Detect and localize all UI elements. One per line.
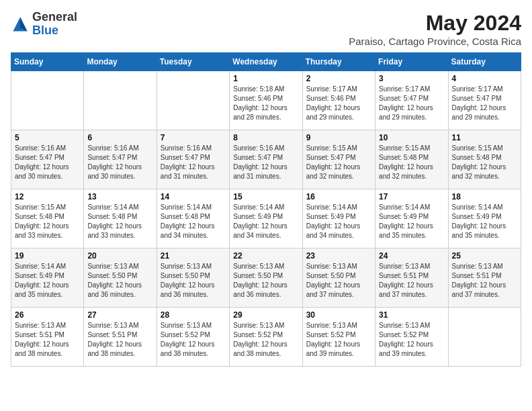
calendar-cell: 13Sunrise: 5:14 AM Sunset: 5:48 PM Dayli… [84,189,157,248]
day-number: 4 [452,74,517,83]
calendar-cell [11,71,84,130]
calendar-cell: 18Sunrise: 5:14 AM Sunset: 5:49 PM Dayli… [448,189,521,248]
day-number: 2 [306,74,371,83]
day-number: 31 [379,310,444,320]
day-number: 17 [379,192,444,201]
calendar-week-row: 12Sunrise: 5:15 AM Sunset: 5:48 PM Dayli… [11,189,521,248]
calendar-week-row: 5Sunrise: 5:16 AM Sunset: 5:47 PM Daylig… [11,130,521,189]
day-info: Sunrise: 5:16 AM Sunset: 5:47 PM Dayligh… [233,144,298,181]
day-info: Sunrise: 5:15 AM Sunset: 5:48 PM Dayligh… [379,144,444,181]
title-block: May 2024 Paraiso, Cartago Province, Cost… [349,11,521,47]
calendar-cell: 20Sunrise: 5:13 AM Sunset: 5:50 PM Dayli… [84,248,157,308]
calendar-table: SundayMondayTuesdayWednesdayThursdayFrid… [11,52,521,367]
day-of-week-header: Tuesday [157,53,229,71]
day-info: Sunrise: 5:13 AM Sunset: 5:50 PM Dayligh… [87,262,152,300]
calendar-week-row: 26Sunrise: 5:13 AM Sunset: 5:51 PM Dayli… [11,308,521,367]
calendar-cell: 24Sunrise: 5:13 AM Sunset: 5:51 PM Dayli… [375,248,448,308]
day-info: Sunrise: 5:14 AM Sunset: 5:48 PM Dayligh… [87,203,152,240]
day-number: 30 [306,310,371,320]
page-header: General Blue May 2024 Paraiso, Cartago P… [11,11,521,47]
day-number: 19 [15,251,80,261]
day-number: 16 [306,192,371,201]
day-number: 1 [233,74,298,83]
calendar-cell: 27Sunrise: 5:13 AM Sunset: 5:51 PM Dayli… [84,308,157,367]
day-number: 20 [87,251,152,261]
day-number: 14 [161,192,226,201]
logo: General Blue [11,11,77,38]
calendar-cell: 3Sunrise: 5:17 AM Sunset: 5:47 PM Daylig… [375,71,448,130]
location-subtitle: Paraiso, Cartago Province, Costa Rica [349,36,521,47]
day-of-week-header: Friday [375,53,448,71]
day-info: Sunrise: 5:16 AM Sunset: 5:47 PM Dayligh… [15,144,80,181]
day-of-week-header: Sunday [11,53,84,71]
day-number: 7 [161,133,226,142]
calendar-cell: 2Sunrise: 5:17 AM Sunset: 5:46 PM Daylig… [302,71,375,130]
calendar-cell: 19Sunrise: 5:14 AM Sunset: 5:49 PM Dayli… [11,248,84,308]
day-number: 3 [379,74,444,83]
day-number: 5 [15,133,80,142]
calendar-cell: 31Sunrise: 5:13 AM Sunset: 5:52 PM Dayli… [375,308,448,367]
calendar-cell: 1Sunrise: 5:18 AM Sunset: 5:46 PM Daylig… [230,71,302,130]
day-of-week-header: Monday [84,53,157,71]
day-number: 25 [452,251,517,261]
logo-general: General [32,10,77,24]
calendar-cell: 30Sunrise: 5:13 AM Sunset: 5:52 PM Dayli… [302,308,375,367]
day-number: 18 [452,192,517,201]
day-info: Sunrise: 5:13 AM Sunset: 5:51 PM Dayligh… [15,321,80,359]
day-info: Sunrise: 5:13 AM Sunset: 5:50 PM Dayligh… [306,262,371,300]
day-number: 11 [452,133,517,142]
day-of-week-header: Saturday [448,53,521,71]
day-number: 22 [233,251,298,261]
calendar-header-row: SundayMondayTuesdayWednesdayThursdayFrid… [11,53,521,71]
calendar-week-row: 1Sunrise: 5:18 AM Sunset: 5:46 PM Daylig… [11,71,521,130]
day-info: Sunrise: 5:15 AM Sunset: 5:48 PM Dayligh… [15,203,80,240]
day-number: 12 [15,192,80,201]
day-info: Sunrise: 5:14 AM Sunset: 5:49 PM Dayligh… [379,203,444,240]
month-year-title: May 2024 [349,11,521,36]
calendar-cell: 16Sunrise: 5:14 AM Sunset: 5:49 PM Dayli… [302,189,375,248]
day-info: Sunrise: 5:13 AM Sunset: 5:50 PM Dayligh… [161,262,226,300]
day-info: Sunrise: 5:15 AM Sunset: 5:47 PM Dayligh… [306,144,371,181]
logo-blue: Blue [32,24,58,37]
calendar-cell [448,308,521,367]
day-info: Sunrise: 5:13 AM Sunset: 5:52 PM Dayligh… [161,321,226,359]
calendar-cell: 23Sunrise: 5:13 AM Sunset: 5:50 PM Dayli… [302,248,375,308]
calendar-cell [157,71,229,130]
day-number: 26 [15,310,80,320]
calendar-cell: 6Sunrise: 5:16 AM Sunset: 5:47 PM Daylig… [84,130,157,189]
day-info: Sunrise: 5:13 AM Sunset: 5:51 PM Dayligh… [452,262,517,300]
day-number: 21 [161,251,226,261]
day-number: 24 [379,251,444,261]
day-number: 27 [87,310,152,320]
calendar-cell: 7Sunrise: 5:16 AM Sunset: 5:47 PM Daylig… [157,130,229,189]
day-info: Sunrise: 5:14 AM Sunset: 5:49 PM Dayligh… [452,203,517,240]
day-info: Sunrise: 5:13 AM Sunset: 5:50 PM Dayligh… [233,262,298,300]
calendar-cell [84,71,157,130]
day-info: Sunrise: 5:16 AM Sunset: 5:47 PM Dayligh… [87,144,152,181]
calendar-cell: 17Sunrise: 5:14 AM Sunset: 5:49 PM Dayli… [375,189,448,248]
day-number: 9 [306,133,371,142]
day-info: Sunrise: 5:13 AM Sunset: 5:51 PM Dayligh… [379,262,444,300]
day-info: Sunrise: 5:14 AM Sunset: 5:48 PM Dayligh… [161,203,226,240]
day-info: Sunrise: 5:13 AM Sunset: 5:52 PM Dayligh… [233,321,298,359]
day-number: 15 [233,192,298,201]
day-info: Sunrise: 5:13 AM Sunset: 5:52 PM Dayligh… [379,321,444,359]
day-info: Sunrise: 5:17 AM Sunset: 5:47 PM Dayligh… [452,85,517,122]
day-number: 6 [87,133,152,142]
calendar-cell: 29Sunrise: 5:13 AM Sunset: 5:52 PM Dayli… [230,308,302,367]
calendar-cell: 12Sunrise: 5:15 AM Sunset: 5:48 PM Dayli… [11,189,84,248]
calendar-cell: 5Sunrise: 5:16 AM Sunset: 5:47 PM Daylig… [11,130,84,189]
day-number: 13 [87,192,152,201]
calendar-cell: 28Sunrise: 5:13 AM Sunset: 5:52 PM Dayli… [157,308,229,367]
day-info: Sunrise: 5:13 AM Sunset: 5:52 PM Dayligh… [306,321,371,359]
day-info: Sunrise: 5:18 AM Sunset: 5:46 PM Dayligh… [233,85,298,122]
calendar-cell: 22Sunrise: 5:13 AM Sunset: 5:50 PM Dayli… [230,248,302,308]
day-info: Sunrise: 5:14 AM Sunset: 5:49 PM Dayligh… [15,262,80,300]
day-of-week-header: Thursday [302,53,375,71]
calendar-week-row: 19Sunrise: 5:14 AM Sunset: 5:49 PM Dayli… [11,248,521,308]
day-info: Sunrise: 5:13 AM Sunset: 5:51 PM Dayligh… [87,321,152,359]
calendar-cell: 9Sunrise: 5:15 AM Sunset: 5:47 PM Daylig… [302,130,375,189]
day-number: 29 [233,310,298,320]
calendar-cell: 10Sunrise: 5:15 AM Sunset: 5:48 PM Dayli… [375,130,448,189]
day-info: Sunrise: 5:14 AM Sunset: 5:49 PM Dayligh… [233,203,298,240]
